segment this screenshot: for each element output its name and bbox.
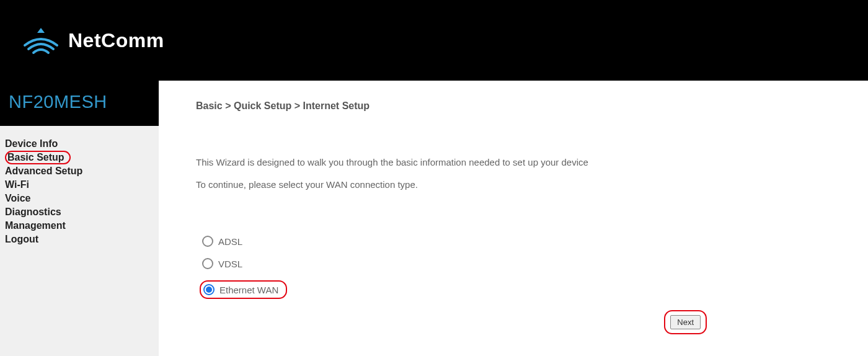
brand-name: NetComm bbox=[68, 29, 164, 52]
sidebar-item-device-info[interactable]: Device Info bbox=[5, 137, 58, 151]
next-button-highlight: Next bbox=[664, 310, 707, 334]
radio-icon bbox=[202, 258, 213, 269]
sidebar-item-advanced-setup[interactable]: Advanced Setup bbox=[5, 164, 82, 178]
sidebar-item-voice[interactable]: Voice bbox=[5, 192, 31, 205]
main-content: Basic > Quick Setup > Internet Setup Thi… bbox=[159, 81, 868, 356]
wan-option-adsl[interactable]: ADSL bbox=[202, 236, 831, 247]
wan-option-label: ADSL bbox=[218, 236, 242, 247]
sidebar-item-diagnostics[interactable]: Diagnostics bbox=[5, 205, 61, 219]
wan-option-ethernet-wan[interactable]: Ethernet WAN bbox=[200, 280, 287, 299]
wizard-line-1: This Wizard is designed to walk you thro… bbox=[196, 155, 831, 170]
svg-marker-0 bbox=[37, 28, 45, 33]
wan-option-vdsl[interactable]: VDSL bbox=[202, 258, 831, 269]
wan-option-label: VDSL bbox=[218, 259, 242, 269]
next-button[interactable]: Next bbox=[670, 315, 701, 329]
sidebar-item-management[interactable]: Management bbox=[5, 219, 66, 233]
sidebar-item-logout[interactable]: Logout bbox=[5, 233, 38, 246]
nav-list: Device Info Basic Setup Advanced Setup W… bbox=[0, 126, 159, 233]
wizard-description: This Wizard is designed to walk you thro… bbox=[196, 155, 831, 192]
sidebar-item-basic-setup[interactable]: Basic Setup bbox=[5, 151, 71, 164]
brand-logo: NetComm bbox=[21, 25, 164, 55]
radio-icon bbox=[202, 236, 213, 247]
wizard-line-2: To continue, please select your WAN conn… bbox=[196, 177, 831, 192]
wan-connection-type-group: ADSL VDSL Ethernet WAN bbox=[202, 236, 831, 310]
model-name: NF20MESH bbox=[0, 81, 159, 126]
wan-option-label: Ethernet WAN bbox=[219, 285, 278, 295]
wifi-arcs-icon bbox=[21, 25, 61, 55]
sidebar-item-wifi[interactable]: Wi-Fi bbox=[5, 178, 29, 192]
radio-icon-checked bbox=[203, 284, 215, 295]
breadcrumb: Basic > Quick Setup > Internet Setup bbox=[196, 100, 831, 112]
sidebar: NF20MESH Device Info Basic Setup Advance… bbox=[0, 81, 159, 356]
header-bar: NetComm bbox=[0, 0, 868, 81]
